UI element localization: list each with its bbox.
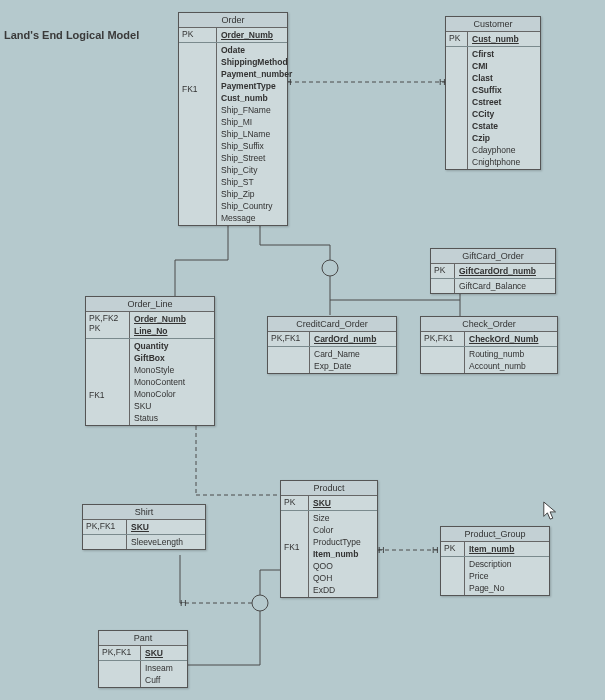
svg-text:H: H — [180, 598, 187, 608]
cursor-icon — [542, 500, 560, 522]
key-col — [441, 557, 465, 595]
entity-pant-title: Pant — [99, 631, 187, 646]
attr-col: Card_Name Exp_Date — [310, 347, 396, 373]
attr-col: CardOrd_numb — [310, 332, 396, 346]
key-col — [99, 661, 141, 687]
key-col: PK — [179, 28, 217, 42]
entity-order-line: Order_Line PK,FK2PK Order_Numb Line_No F… — [85, 296, 215, 426]
entity-creditcard-order: CreditCard_Order PK,FK1 CardOrd_numb Car… — [267, 316, 397, 374]
key-col: PK — [446, 32, 468, 46]
key-col: PK,FK1 — [83, 520, 127, 534]
attr-col: Description Price Page_No — [465, 557, 549, 595]
svg-point-18 — [252, 595, 268, 611]
key-col: PK,FK1 — [99, 646, 141, 660]
entity-giftcard-order: GiftCard_Order PK GiftCardOrd_numb GiftC… — [430, 248, 556, 294]
key-col: PK,FK2PK — [86, 312, 130, 338]
entity-shirt-title: Shirt — [83, 505, 205, 520]
key-col — [83, 535, 127, 549]
key-col — [421, 347, 465, 373]
attr-col: SKU — [309, 496, 377, 510]
svg-text:H: H — [432, 545, 439, 555]
attr-col: CheckOrd_Numb — [465, 332, 557, 346]
attr-col: Cust_numb — [468, 32, 540, 46]
attr-col: OdateShippingMethodPayment_numberPayment… — [217, 43, 296, 225]
entity-check-order-title: Check_Order — [421, 317, 557, 332]
attr-col: Item_numb — [465, 542, 549, 556]
attr-col: Order_Numb Line_No — [130, 312, 214, 338]
key-col: FK1 — [281, 511, 309, 597]
key-col: PK — [281, 496, 309, 510]
attr-col: CfirstCMIClastCSuffixCstreetCCityCstateC… — [468, 47, 540, 169]
entity-product-group-title: Product_Group — [441, 527, 549, 542]
attr-col: Routing_numb Account_numb — [465, 347, 557, 373]
attr-col: SKU — [141, 646, 187, 660]
attr-col: Inseam Cuff — [141, 661, 187, 687]
svg-text:H: H — [378, 545, 385, 555]
attr-col: Order_Numb — [217, 28, 287, 42]
key-col: PK — [441, 542, 465, 556]
attr-col: QuantityGiftBoxMonoStyleMonoContentMonoC… — [130, 339, 214, 425]
svg-point-9 — [322, 260, 338, 276]
key-col: PK,FK1 — [268, 332, 310, 346]
entity-shirt: Shirt PK,FK1 SKU SleeveLength — [82, 504, 206, 550]
page-title: Land's End Logical Model — [4, 29, 139, 41]
key-col: PK — [431, 264, 455, 278]
entity-giftcard-order-title: GiftCard_Order — [431, 249, 555, 264]
attr-col: SleeveLength — [127, 535, 205, 549]
key-col: PK,FK1 — [421, 332, 465, 346]
attr-col: GiftCard_Balance — [455, 279, 555, 293]
entity-product-group: Product_Group PK Item_numb Description P… — [440, 526, 550, 596]
attr-col: SKU — [127, 520, 205, 534]
entity-product: Product PK SKU FK1 SizeColorProductTypeI… — [280, 480, 378, 598]
key-col — [268, 347, 310, 373]
entity-pant: Pant PK,FK1 SKU Inseam Cuff — [98, 630, 188, 688]
attr-col: SizeColorProductTypeItem_numbQOOQOHExDD — [309, 511, 377, 597]
entity-order-line-title: Order_Line — [86, 297, 214, 312]
attr-col: GiftCardOrd_numb — [455, 264, 555, 278]
key-col — [431, 279, 455, 293]
entity-customer: Customer PK Cust_numb CfirstCMIClastCSuf… — [445, 16, 541, 170]
key-col — [446, 47, 468, 169]
key-col: FK1 — [179, 43, 217, 225]
entity-creditcard-order-title: CreditCard_Order — [268, 317, 396, 332]
entity-check-order: Check_Order PK,FK1 CheckOrd_Numb Routing… — [420, 316, 558, 374]
entity-product-title: Product — [281, 481, 377, 496]
entity-order: Order PK Order_Numb FK1 OdateShippingMet… — [178, 12, 288, 226]
key-col: FK1 — [86, 339, 130, 425]
entity-order-title: Order — [179, 13, 287, 28]
entity-customer-title: Customer — [446, 17, 540, 32]
